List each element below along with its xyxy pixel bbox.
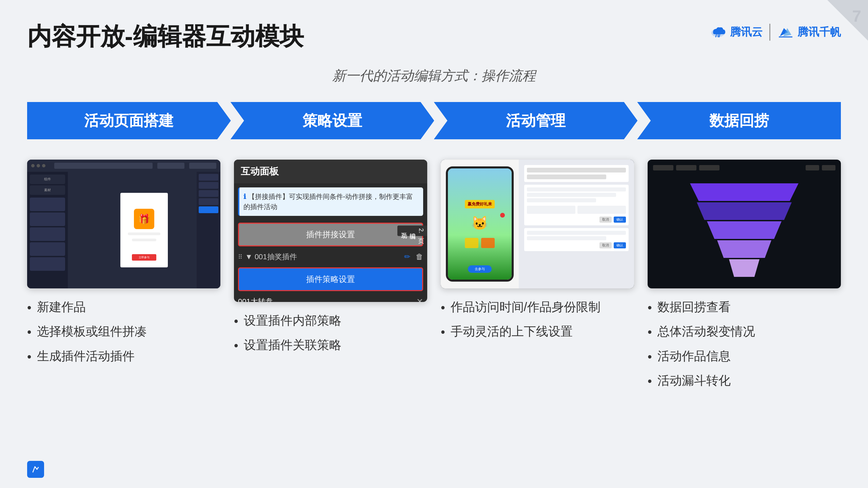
tencent-cloud-icon: [710, 25, 727, 39]
gift-icon: 🎁: [134, 209, 154, 229]
col2-bullets: 设置插件内部策略 设置插件关联策略: [234, 312, 427, 361]
panel-info: ℹ 【拼接插件】可实现插件间条件-动作拼接，制作更丰富的插件活动: [238, 187, 423, 216]
ss1-sidebar: 组件 素材: [27, 172, 68, 288]
confirm-btn[interactable]: 确认: [614, 217, 626, 223]
drag-icon: ⠿: [238, 253, 242, 261]
col2-bullet-1: 设置插件内部策略: [234, 312, 427, 330]
ss3-header: [524, 165, 629, 182]
col4-bullet-1: 数据回捞查看: [648, 299, 841, 316]
screenshot-2: 互动面板 ℹ 【拼接插件】可实现插件间条件-动作拼接，制作更丰富的插件活动 插件…: [234, 160, 427, 302]
ss3-right-panel: 取消 确认 取消 确认: [519, 160, 634, 288]
qianfan-logo: 腾讯千帆: [777, 25, 841, 40]
subtitle: 新一代的活动编辑方式：操作流程: [27, 66, 841, 85]
mobile-game-screen: 赢免费好礼来 🐱 去参与: [448, 168, 512, 280]
col4-bullet-3: 活动作品信息: [648, 348, 841, 365]
edit-icon: ✏: [404, 252, 410, 261]
col4-bullets: 数据回捞查看 总体活动裂变情况 活动作品信息 活动漏斗转化: [648, 299, 841, 397]
col3-bullets: 作品访问时间/作品身份限制 手动灵活的上下线设置: [441, 299, 634, 348]
col1-bullets: 新建作品 选择模板或组件拼凑 生成插件活动插件: [27, 299, 220, 372]
column-3: 赢免费好礼来 🐱 去参与: [441, 160, 634, 417]
col3-bullet-1: 作品访问时间/作品身份限制: [441, 299, 634, 316]
ss1-body: 组件 素材 🎁: [27, 172, 220, 288]
screenshot-1: 组件 素材 🎁: [27, 160, 220, 288]
funnel-level-4: [717, 240, 771, 258]
ss1-sidebar-item: 素材: [30, 185, 65, 195]
page-overlay-label: 2.页编辑互动: [397, 225, 427, 236]
column-2: 互动面板 ℹ 【拼接插件】可实现插件间条件-动作拼接，制作更丰富的插件活动 插件…: [234, 160, 427, 417]
mobile-device: 赢免费好礼来 🐱 去参与: [446, 166, 514, 282]
funnel-chart: [653, 177, 835, 283]
game-title: 赢免费好礼来: [465, 200, 495, 208]
mobile-frame: 赢免费好礼来 🐱 去参与: [441, 160, 519, 288]
svg-rect-2: [30, 464, 41, 475]
logo-area: 腾讯云 腾讯千帆: [710, 24, 841, 41]
ss1-main: 🎁 立即参与: [68, 172, 220, 288]
close-icon: ✕: [416, 297, 423, 302]
funnel-level-5: [727, 259, 761, 277]
ss1-dot-1: [31, 164, 35, 167]
ss1-red-button: 立即参与: [132, 254, 156, 261]
ss1-sidebar-item: 组件: [30, 175, 65, 184]
plugin-label: ▼ 001抽奖插件: [245, 252, 297, 262]
ss3-settings-panel: 取消 确认: [524, 185, 629, 225]
cancel-btn-2[interactable]: 取消: [599, 242, 612, 248]
ss1-dot-2: [37, 164, 40, 167]
game-character: 🐱: [471, 215, 488, 231]
flow-container: 活动页面搭建 策略设置 活动管理 数据回捞: [27, 102, 841, 139]
panel-plugin-row: ⠿ ▼ 001抽奖插件 ✏ 🗑: [238, 252, 423, 262]
funnel-level-2: [697, 202, 792, 220]
funnel-level-3: [707, 221, 782, 239]
logo-divider: [769, 24, 770, 41]
ss1-canvas: 🎁 立即参与: [120, 193, 168, 267]
col1-bullet-1: 新建作品: [27, 299, 220, 316]
col4-bullet-2: 总体活动裂变情况: [648, 323, 841, 341]
ss4-topbar: [653, 165, 835, 170]
funnel-level-1: [690, 183, 798, 201]
ss1-dot-3: [42, 164, 45, 167]
slide: 7 内容开放-编辑器互动模块 腾讯云 腾讯千帆: [0, 0, 868, 488]
column-1: 组件 素材 🎁: [27, 160, 220, 417]
flow-item-2: 策略设置: [231, 102, 434, 139]
panel-btn-gray: 插件拼接设置: [238, 223, 423, 246]
qianfan-icon: [777, 25, 794, 39]
panel-title: 互动面板: [234, 160, 427, 183]
bottom-logo: [27, 461, 44, 478]
flow-item-1: 活动页面搭建: [27, 102, 231, 139]
ss3-extra-panel: 取消 确认: [524, 228, 629, 251]
screenshot-4: [648, 160, 841, 288]
content-area: 组件 素材 🎁: [27, 160, 841, 417]
header: 内容开放-编辑器互动模块 腾讯云 腾讯千帆: [27, 20, 841, 53]
col1-bullet-2: 选择模板或组件拼凑: [27, 323, 220, 341]
delete-icon: 🗑: [416, 252, 423, 261]
confirm-btn-2[interactable]: 确认: [614, 242, 626, 248]
flow-item-3: 活动管理: [434, 102, 638, 139]
cancel-btn[interactable]: 取消: [599, 217, 612, 223]
ss1-topbar: [27, 160, 220, 172]
col4-bullet-4: 活动漏斗转化: [648, 372, 841, 390]
tencent-cloud-logo: 腾讯云: [710, 25, 763, 40]
col1-bullet-3: 生成插件活动插件: [27, 348, 220, 365]
page-title: 内容开放-编辑器互动模块: [27, 20, 304, 53]
flow-item-4: 数据回捞: [637, 102, 841, 139]
game-action-btn: 去参与: [468, 265, 492, 273]
col2-bullet-2: 设置插件关联策略: [234, 337, 427, 354]
column-4: 数据回捞查看 总体活动裂变情况 活动作品信息 活动漏斗转化: [648, 160, 841, 417]
col3-bullet-2: 手动灵活的上下线设置: [441, 323, 634, 341]
panel-item-row: 001大转盘 ✕: [238, 297, 423, 302]
screenshot-3: 赢免费好礼来 🐱 去参与: [441, 160, 634, 288]
notification-dot: [500, 213, 505, 218]
panel-btn-blue: 插件策略设置: [238, 267, 423, 291]
corner-number: 7: [852, 7, 861, 25]
